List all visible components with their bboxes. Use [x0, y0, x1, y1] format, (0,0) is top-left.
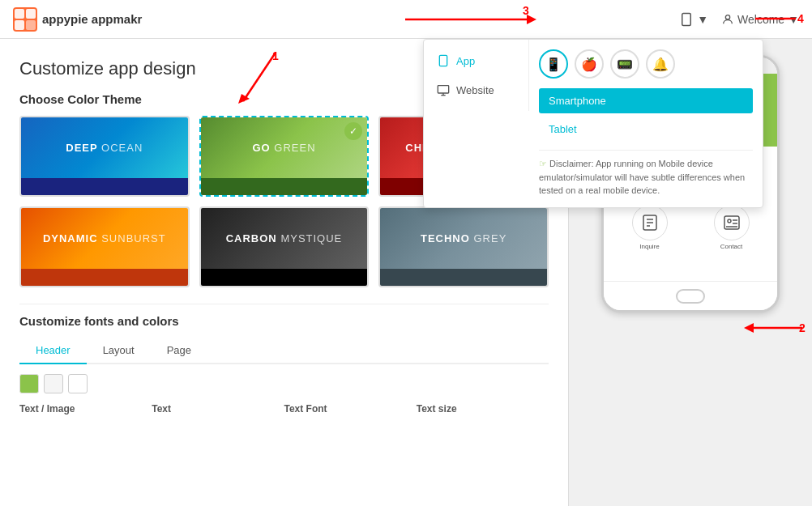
swatch-green[interactable]: [19, 374, 39, 393]
deep-ocean-preview: DEEP OCEAN: [21, 117, 188, 178]
font-labels-row: Text / Image Text Text Font Text size: [19, 400, 549, 418]
logo-text: appypie appmakr: [42, 12, 142, 26]
svg-rect-4: [26, 20, 36, 30]
phone-icon-inquire: Inquire: [610, 205, 689, 250]
svg-text:3: 3: [523, 6, 529, 17]
monitor-icon: [437, 83, 450, 96]
svg-text:2: 2: [799, 321, 806, 334]
logo: appypie appmakr: [13, 7, 142, 32]
fonts-section: Customize fonts and colors Header Layout…: [19, 304, 549, 418]
carbon-mystique-label: CARBON MYSTIQUE: [226, 232, 343, 244]
app-icon: [437, 54, 450, 67]
dynamic-sunburst-bar: [21, 269, 188, 287]
arrow1-annotation: 1: [219, 49, 284, 113]
dynamic-sunburst-label: DYNAMIC SUNBURST: [43, 232, 166, 244]
deep-ocean-bar: [21, 178, 188, 197]
tablet-list-item[interactable]: Tablet: [539, 117, 753, 142]
header-right: 3 ▼ Welcome ▼ 4: [679, 12, 799, 27]
color-swatches: [19, 374, 549, 393]
smartphone-device-btn[interactable]: 📱: [539, 49, 568, 79]
go-green-preview: GO GREEN: [201, 117, 368, 178]
menu-item-website[interactable]: Website: [424, 75, 528, 104]
swatch-white[interactable]: [68, 374, 88, 393]
go-green-label: GO GREEN: [252, 142, 315, 154]
label-text: Text: [152, 400, 284, 418]
svg-text:4: 4: [797, 12, 804, 25]
deep-ocean-label: DEEP OCEAN: [66, 142, 143, 154]
techno-grey-bar: [380, 269, 547, 287]
contact-label: Contact: [720, 243, 743, 250]
theme-techno-grey[interactable]: TECHNO GREY: [378, 206, 549, 287]
device-icons-row: 📱 🍎 📟 🔔: [539, 49, 753, 79]
inquire-label: Inquire: [639, 243, 659, 250]
disclaimer-content: Disclaimer: App running on Mobile device…: [539, 159, 745, 195]
color-theme-title: Choose Color Theme: [19, 92, 142, 106]
phone-icons-row2: Inquire Contact: [604, 205, 777, 257]
theme-dynamic-sunburst[interactable]: DYNAMIC SUNBURST: [19, 206, 190, 287]
carbon-mystique-bar: [201, 269, 368, 287]
phone-home-button[interactable]: [676, 289, 705, 304]
tab-layout[interactable]: Layout: [87, 338, 151, 364]
svg-marker-21: [744, 323, 754, 333]
svg-text:1: 1: [272, 49, 279, 62]
smartphone-icon: [679, 12, 694, 27]
tablet-device-btn[interactable]: 📟: [610, 49, 639, 79]
techno-grey-preview: TECHNO GREY: [380, 208, 547, 269]
menu-website-label: Website: [456, 84, 494, 96]
header: appypie appmakr 3 ▼ Welcome ▼ 4: [0, 0, 812, 39]
theme-deep-ocean[interactable]: DEEP OCEAN: [19, 116, 190, 197]
dropdown-right: 📱 🍎 📟 🔔 Smartphone Tablet ☞ Disclaimer: …: [529, 40, 763, 207]
carbon-mystique-preview: CARBON MYSTIQUE: [201, 208, 368, 269]
fonts-title: Customize fonts and colors: [19, 314, 549, 328]
svg-point-10: [725, 15, 729, 19]
theme-go-green[interactable]: ✓ GO GREEN: [199, 116, 370, 197]
user-icon: [721, 13, 734, 26]
contact-icon: [722, 213, 741, 232]
label-text-image: Text / Image: [19, 400, 152, 418]
arrow3-annotation: 3: [397, 6, 543, 32]
dynamic-sunburst-preview: DYNAMIC SUNBURST: [21, 208, 188, 269]
svg-point-31: [728, 219, 731, 223]
phone-bottom-bar: [604, 281, 777, 310]
label-text-font: Text Font: [284, 400, 417, 418]
svg-rect-1: [15, 9, 24, 19]
svg-rect-2: [26, 9, 36, 19]
menu-item-app[interactable]: App: [424, 46, 528, 75]
phone-spacer: [604, 257, 777, 281]
menu-app-label: App: [456, 55, 475, 67]
svg-rect-3: [15, 20, 24, 30]
tab-header[interactable]: Header: [19, 338, 87, 364]
device-list: Smartphone Tablet: [539, 88, 753, 142]
disclaimer-icon: ☞: [539, 159, 549, 168]
label-text-size: Text size: [417, 400, 549, 418]
go-green-bar: [201, 178, 368, 197]
dropdown-left-menu: App Website: [424, 40, 529, 111]
theme-carbon-mystique[interactable]: CARBON MYSTIQUE: [199, 206, 370, 287]
svg-rect-14: [438, 86, 448, 93]
device-selector[interactable]: ▼: [679, 12, 708, 27]
tab-page[interactable]: Page: [151, 338, 207, 364]
device-label: ▼: [697, 13, 708, 26]
device-dropdown: App Website 📱 🍎 📟 🔔 Smartphone Tablet: [423, 39, 763, 208]
logo-icon: [13, 7, 37, 32]
swatch-light[interactable]: [44, 374, 63, 393]
smartphone-list-item[interactable]: Smartphone: [539, 88, 753, 113]
other-device-btn[interactable]: 🔔: [646, 49, 675, 79]
apple-device-btn[interactable]: 🍎: [575, 49, 604, 79]
arrow2-annotation: 2: [737, 316, 810, 340]
page-title: Customize app design: [19, 58, 196, 79]
disclaimer-text: ☞ Disclaimer: App running on Mobile devi…: [539, 150, 753, 198]
svg-rect-8: [682, 13, 691, 25]
contact-circle: [714, 205, 750, 240]
inquire-icon: [640, 213, 660, 232]
techno-grey-label: TECHNO GREY: [421, 232, 506, 244]
svg-line-17: [243, 53, 276, 101]
arrow4-annotation: 4: [747, 6, 812, 31]
font-tabs: Header Layout Page: [19, 338, 549, 364]
phone-icon-contact: Contact: [692, 205, 771, 250]
inquire-circle: [632, 205, 668, 240]
svg-rect-13: [439, 55, 447, 66]
